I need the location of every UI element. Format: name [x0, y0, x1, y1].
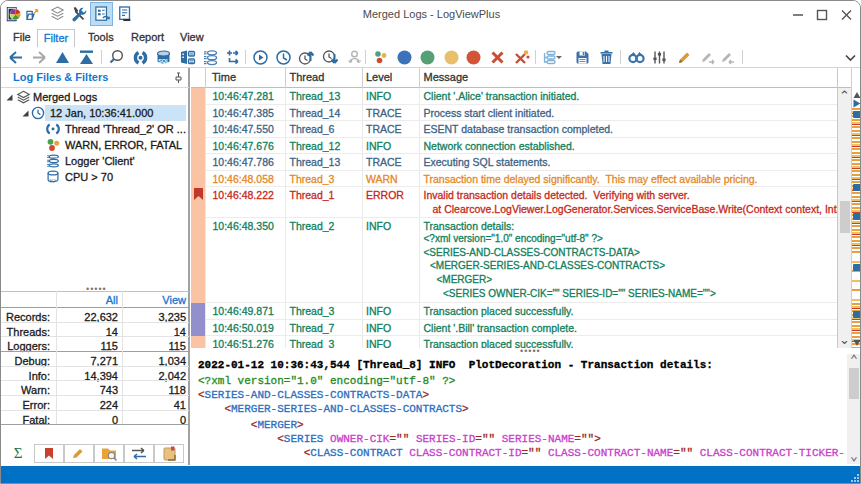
- svg-text:SQL: SQL: [49, 178, 58, 183]
- svg-text:SQL: SQL: [158, 58, 170, 64]
